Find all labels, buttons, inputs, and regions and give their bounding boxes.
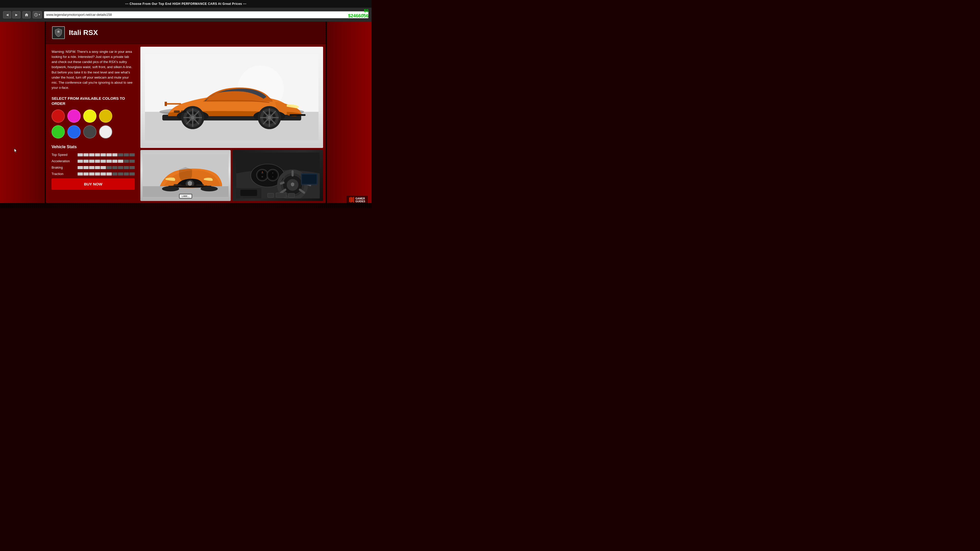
color-section-title: SELECT FROM AVAILABLE COLORS TO ORDER [52,96,135,106]
url-bar[interactable]: www.legendarymotorsport.net/car-details1… [44,11,369,18]
svg-rect-7 [290,114,305,116]
money-display: $0 $2466056 [348,8,369,20]
url-text: www.legendarymotorsport.net/car-details1… [46,13,361,17]
stat-row-braking: Braking [52,165,135,169]
svg-rect-31 [165,102,167,106]
stat-label-braking: Braking [52,165,75,169]
seg [95,166,100,169]
car-front-image: L9BE... [140,150,231,201]
home-button[interactable] [22,11,30,18]
license-plate: L9BE... [179,194,192,198]
seg [112,172,118,176]
svg-point-18 [191,116,194,119]
seg [118,172,123,176]
forward-button[interactable]: ▶ [12,11,21,18]
seg [112,160,118,163]
stat-label-top-speed: Top Speed [52,153,75,157]
svg-rect-60 [276,193,286,197]
gamer-guides-watermark: GAMER GUIDES [347,196,368,204]
seg [95,172,100,176]
car-front-container: L9BE... [140,150,231,201]
svg-rect-63 [240,190,257,196]
color-grid [52,110,135,138]
seg [78,153,83,156]
car-description: Warning: NSFW. There's a sexy single car… [52,49,135,90]
bottom-images-row: L9BE... [140,150,323,201]
seg [129,153,135,156]
seg [95,153,100,156]
svg-rect-59 [267,193,274,197]
interior-svg: 120 60 8 4 [235,152,321,198]
stats-title: Vehicle Stats [52,144,135,149]
seg [89,153,94,156]
buy-button[interactable]: BUY NOW [52,178,135,190]
seg [83,166,89,169]
seg [112,153,118,156]
color-option-yellow-bright[interactable] [83,110,97,123]
seg [107,160,112,163]
svg-point-38 [162,186,179,191]
seg [124,160,129,163]
stat-label-acceleration: Acceleration [52,159,75,163]
seg [129,172,135,176]
svg-rect-30 [167,103,181,105]
seg [83,160,89,163]
seg [112,166,118,169]
browser-toolbar: ◀ ▶ ▼ www.legendarymotorsport.net/car-de… [0,8,372,22]
seg [107,166,112,169]
seg [118,160,123,163]
svg-point-27 [268,116,271,119]
seg [78,160,83,163]
left-column: Warning: NSFW. There's a sexy single car… [46,44,140,203]
seg [129,166,135,169]
seg [100,160,106,163]
stat-bar-traction [78,172,135,176]
seg [100,153,106,156]
advertisement-text: --- Choose From Our Top End HIGH PERFORM… [125,2,246,6]
seg [107,172,112,176]
color-option-white[interactable] [99,125,112,138]
color-option-magenta[interactable] [67,110,81,123]
svg-rect-65 [302,175,317,184]
seg [95,160,100,163]
svg-rect-28 [174,110,180,113]
seg [83,172,89,176]
seg [118,166,123,169]
color-option-green[interactable] [52,125,65,138]
seg [89,172,94,176]
stat-bar-acceleration [78,160,135,163]
svg-rect-29 [181,110,187,113]
buy-button-area: BUY NOW [52,178,135,190]
stat-label-traction: Traction [52,172,75,176]
svg-rect-37 [196,184,204,186]
seg [100,166,106,169]
mouse-cursor [13,148,18,153]
money-wallet: $0 [364,9,369,13]
seg [83,153,89,156]
seg [89,160,94,163]
color-option-blue[interactable] [67,125,81,138]
seg [78,166,83,169]
stat-row-top-speed: Top Speed [52,153,135,157]
main-car-image [140,47,323,148]
content-body: Warning: NSFW. There's a sexy single car… [46,44,326,203]
back-button[interactable]: ◀ [3,11,11,18]
car-interior-image: 120 60 8 4 [233,150,323,201]
grotti-shield-icon [54,28,62,37]
svg-point-48 [268,170,277,179]
svg-text:4: 4 [272,176,273,178]
seg [107,153,112,156]
car-svg-main [145,52,318,143]
color-option-red[interactable] [52,110,65,123]
gamer-guides-text: GAMER GUIDES [355,197,365,203]
color-option-yellow-gold[interactable] [99,110,112,123]
left-sidebar-decoration [0,22,45,203]
stat-bar-braking [78,166,135,169]
stat-row-acceleration: Acceleration [52,159,135,163]
seg [89,166,94,169]
color-option-dark-gray[interactable] [83,125,97,138]
svg-text:8: 8 [272,172,273,174]
seg [78,172,83,176]
history-button[interactable]: ▼ [33,11,42,18]
seg [118,153,123,156]
